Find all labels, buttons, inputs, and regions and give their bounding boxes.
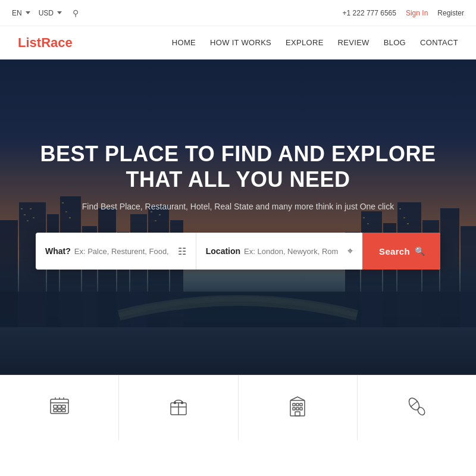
svg-rect-57 (296, 408, 299, 410)
category-hotel[interactable] (239, 375, 358, 440)
top-bar-right: +1 222 777 6565 Sign In Register (343, 9, 464, 17)
pharmacy-icon (405, 394, 428, 421)
currency-chevron-icon (57, 11, 62, 14)
svg-point-62 (416, 406, 426, 416)
signin-link[interactable]: Sign In (406, 9, 428, 17)
currency-label: USD (39, 9, 54, 17)
search-box: What? ☷ Location ⌖ Search 🔍 (36, 233, 440, 270)
nav-review[interactable]: REVIEW (338, 38, 369, 47)
svg-rect-37 (58, 405, 61, 408)
search-what-section: What? ☷ (36, 233, 196, 270)
svg-rect-41 (62, 409, 65, 412)
svg-point-47 (181, 402, 183, 404)
svg-line-61 (411, 401, 418, 407)
svg-point-46 (174, 402, 176, 404)
svg-rect-40 (58, 409, 61, 412)
nav-how-it-works[interactable]: HOW IT WORKS (210, 38, 271, 47)
search-icon[interactable]: ⚲ (73, 8, 79, 18)
hero-title: BEST PLACE TO FIND AND EXPLORE THAT ALL … (40, 141, 436, 192)
nav-links: HOME HOW IT WORKS EXPLORE REVIEW BLOG CO… (172, 38, 458, 47)
category-shopping[interactable] (119, 375, 238, 440)
location-target-icon[interactable]: ⌖ (347, 246, 353, 256)
logo[interactable]: ListRace (18, 35, 73, 51)
categories-section (0, 375, 476, 440)
hero-content: BEST PLACE TO FIND AND EXPLORE THAT ALL … (16, 141, 459, 233)
nav-contact[interactable]: CONTACT (420, 38, 458, 47)
top-bar: EN USD ⚲ +1 222 777 6565 Sign In Registe… (0, 0, 476, 26)
svg-rect-54 (296, 403, 299, 406)
logo-part1: List (18, 35, 41, 50)
restaurant-icon (48, 394, 71, 421)
svg-line-51 (290, 397, 298, 400)
location-label: Location (206, 246, 240, 256)
svg-line-52 (298, 397, 305, 400)
nav-blog[interactable]: BLOG (384, 38, 406, 47)
hero-title-line2: THAT ALL YOU NEED (126, 167, 350, 192)
location-input[interactable] (244, 247, 344, 256)
search-button-label: Search (379, 246, 410, 256)
logo-part2: Race (41, 35, 73, 50)
register-link[interactable]: Register (437, 9, 464, 17)
svg-rect-53 (293, 403, 295, 406)
svg-rect-56 (293, 408, 295, 410)
hero-section: BEST PLACE TO FIND AND EXPLORE THAT ALL … (0, 60, 476, 375)
nav-explore[interactable]: EXPLORE (286, 38, 324, 47)
language-selector[interactable]: EN (12, 9, 30, 17)
lang-chevron-icon (26, 11, 30, 14)
top-bar-left: EN USD ⚲ (12, 8, 79, 18)
nav-home[interactable]: HOME (172, 38, 196, 47)
what-input[interactable] (74, 247, 174, 256)
search-button[interactable]: Search 🔍 (362, 233, 440, 270)
search-magnifier-icon: 🔍 (415, 246, 425, 256)
category-pharmacy[interactable] (358, 375, 476, 440)
svg-rect-58 (300, 408, 302, 410)
language-label: EN (12, 9, 22, 17)
svg-rect-39 (54, 409, 57, 412)
hotel-icon (286, 394, 309, 421)
svg-rect-36 (54, 405, 57, 408)
svg-rect-59 (295, 412, 300, 416)
hero-title-line1: BEST PLACE TO FIND AND EXPLORE (40, 142, 436, 166)
currency-selector[interactable]: USD (39, 9, 62, 17)
svg-rect-55 (300, 403, 302, 406)
phone-number: +1 222 777 6565 (343, 9, 396, 17)
svg-rect-38 (62, 405, 65, 408)
what-label: What? (45, 246, 71, 256)
list-icon[interactable]: ☷ (178, 246, 186, 257)
main-nav: ListRace HOME HOW IT WORKS EXPLORE REVIE… (0, 26, 476, 60)
shopping-icon (167, 394, 190, 421)
search-location-section: Location ⌖ (196, 233, 362, 270)
hero-subtitle: Find Best Place, Restaurant, Hotel, Real… (40, 202, 436, 211)
category-restaurant[interactable] (0, 375, 119, 440)
